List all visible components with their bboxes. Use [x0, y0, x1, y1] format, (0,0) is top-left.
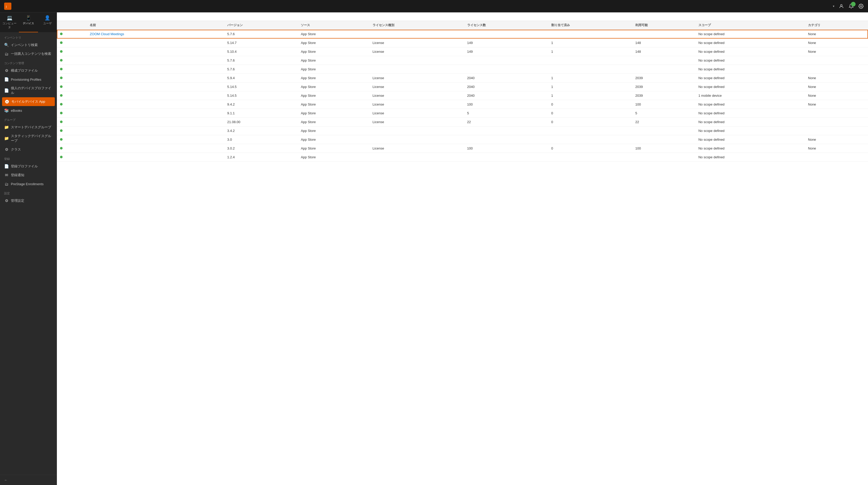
- table-row[interactable]: 21.08.00App StoreLicense22022No scope de…: [57, 118, 868, 126]
- table-row[interactable]: 3.4.2App StoreNo scope defined: [57, 126, 868, 135]
- nav-tab-user[interactable]: 👤 ユーザ: [38, 12, 57, 32]
- notification-icon[interactable]: [848, 3, 854, 9]
- sidebar-item-bulk-purchase[interactable]: 🗂 一括購入コンテンツを検索: [0, 50, 57, 58]
- name-cell: [87, 135, 224, 144]
- content-area: 名前 バージョン ソース ライセンス種別 ライセンス数 割り当て済み 利用可能 …: [57, 12, 868, 485]
- col-version[interactable]: バージョン: [224, 21, 298, 30]
- table-row[interactable]: 9.4.2App StoreLicense1000100No scope def…: [57, 100, 868, 109]
- status-dot: [60, 121, 63, 123]
- nav-tab-user-label: ユーザ: [43, 22, 52, 25]
- license-type-cell: License: [370, 74, 464, 83]
- col-category[interactable]: カテゴリ: [805, 21, 868, 30]
- license-type-cell: [370, 65, 464, 74]
- status-dot: [60, 147, 63, 150]
- scope-cell: No scope defined: [695, 135, 805, 144]
- available-cell: [632, 30, 695, 38]
- license-type-cell: License: [370, 47, 464, 56]
- svg-point-2: [841, 4, 842, 6]
- sidebar-item-enrollment-profiles[interactable]: 📄 登録プロファイル: [0, 162, 57, 171]
- status-dot: [60, 68, 63, 70]
- version-cell: 3.4.2: [224, 126, 298, 135]
- table-row[interactable]: 3.0App StoreNo scope definedNone: [57, 135, 868, 144]
- sidebar-item-static-device-groups[interactable]: 📁 スタティックデバイスグループ: [0, 132, 57, 145]
- category-cell: None: [805, 135, 868, 144]
- status-cell: [57, 56, 87, 65]
- sidebar-item-prestage-enrollments[interactable]: 🗂 PreStage Enrollments: [0, 180, 57, 188]
- table-row[interactable]: 9.1.1App StoreLicense505No scope defined: [57, 109, 868, 118]
- sidebar-item-enrollment-notifications[interactable]: ✉ 登録通知: [0, 171, 57, 180]
- sidebar-item-config-profiles[interactable]: ⚙ 構成プロファイル: [0, 66, 57, 75]
- table-row[interactable]: 5.14.5App StoreLicense204012039No scope …: [57, 83, 868, 91]
- nav-tab-device[interactable]: 📱 デバイス: [19, 12, 38, 32]
- table-row[interactable]: 5.7.6App StoreNo scope defined: [57, 65, 868, 74]
- section-label-inventory: インベントリ: [0, 33, 57, 40]
- status-dot: [60, 103, 63, 105]
- app-name-link[interactable]: ZOOM Cloud Meetings: [90, 32, 124, 36]
- table-row[interactable]: 5.14.5App StoreLicense2040120391 mobile …: [57, 91, 868, 100]
- table-row[interactable]: 3.0.2App StoreLicense1000100No scope def…: [57, 144, 868, 153]
- name-cell[interactable]: ZOOM Cloud Meetings: [87, 30, 224, 38]
- available-cell: 2039: [632, 91, 695, 100]
- scope-cell: No scope defined: [695, 118, 805, 126]
- status-cell: [57, 30, 87, 38]
- col-source[interactable]: ソース: [298, 21, 369, 30]
- source-cell: App Store: [298, 74, 369, 83]
- col-license-type[interactable]: ライセンス種別: [370, 21, 464, 30]
- source-cell: App Store: [298, 30, 369, 38]
- sidebar-item-mobile-device-apps[interactable]: 🅐 モバイルデバイス App: [2, 97, 55, 106]
- scope-cell: 1 mobile device: [695, 91, 805, 100]
- version-cell: 5.14.5: [224, 91, 298, 100]
- sidebar-item-inventory-search[interactable]: 🔍 インベントリ検索: [0, 40, 57, 50]
- col-license-count[interactable]: ライセンス数: [464, 21, 548, 30]
- table-row[interactable]: 1.2.4App StoreNo scope defined: [57, 153, 868, 162]
- license-count-cell: 100: [464, 100, 548, 109]
- user-icon[interactable]: [839, 3, 844, 9]
- name-cell: [87, 65, 224, 74]
- nav-tab-computer[interactable]: 💻 コンピュータ: [0, 12, 19, 32]
- license-type-cell: License: [370, 144, 464, 153]
- category-cell: [805, 109, 868, 118]
- assigned-cell: 0: [548, 118, 632, 126]
- assigned-cell: 1: [548, 38, 632, 47]
- table-row[interactable]: ZOOM Cloud Meetings5.7.6App StoreNo scop…: [57, 30, 868, 38]
- available-cell: 148: [632, 47, 695, 56]
- col-assigned[interactable]: 割り当て済み: [548, 21, 632, 30]
- status-cell: [57, 38, 87, 47]
- status-cell: [57, 135, 87, 144]
- name-cell: [87, 56, 224, 65]
- status-dot: [60, 129, 63, 132]
- jamf-logo-icon: j: [4, 3, 11, 10]
- sidebar-item-provisioning-profiles[interactable]: 📄 Provisioning Profiles: [0, 75, 57, 84]
- col-available[interactable]: 利用可能: [632, 21, 695, 30]
- sidebar-item-personal-device-profiles[interactable]: 📄 個人のデバイスプロファイル: [0, 84, 57, 97]
- status-dot: [60, 156, 63, 158]
- scope-cell: No scope defined: [695, 30, 805, 38]
- col-scope[interactable]: スコープ: [695, 21, 805, 30]
- available-cell: 100: [632, 144, 695, 153]
- table-row[interactable]: 5.10.4App StoreLicense1491148No scope de…: [57, 47, 868, 56]
- license-count-cell: [464, 135, 548, 144]
- source-cell: App Store: [298, 65, 369, 74]
- version-cell: 9.1.1: [224, 109, 298, 118]
- scope-cell: No scope defined: [695, 109, 805, 118]
- topbar-right: ▾: [829, 3, 864, 9]
- settings-icon[interactable]: [858, 3, 864, 9]
- sidebar-collapse-button[interactable]: ←: [0, 475, 57, 485]
- table-container: 名前 バージョン ソース ライセンス種別 ライセンス数 割り当て済み 利用可能 …: [57, 21, 868, 485]
- version-cell: 9.4.2: [224, 100, 298, 109]
- license-type-cell: [370, 30, 464, 38]
- table-row[interactable]: 5.9.4App StoreLicense204012039No scope d…: [57, 74, 868, 83]
- sidebar-item-ebooks[interactable]: 📚 eBooks: [0, 106, 57, 115]
- license-count-cell: [464, 126, 548, 135]
- table-row[interactable]: 5.7.6App StoreNo scope defined: [57, 56, 868, 65]
- version-cell: 5.10.4: [224, 47, 298, 56]
- sidebar-item-smart-device-groups[interactable]: 📁 スマートデバイスグループ: [0, 123, 57, 132]
- license-count-cell: [464, 56, 548, 65]
- sidebar-item-classes[interactable]: ⚙ クラス: [0, 145, 57, 154]
- table-row[interactable]: 5.14.7App StoreLicense1491148No scope de…: [57, 38, 868, 47]
- category-cell: [805, 56, 868, 65]
- category-cell: None: [805, 74, 868, 83]
- col-name[interactable]: 名前: [87, 21, 224, 30]
- category-cell: None: [805, 100, 868, 109]
- sidebar-item-management-settings[interactable]: ⚙ 管理設定: [0, 196, 57, 205]
